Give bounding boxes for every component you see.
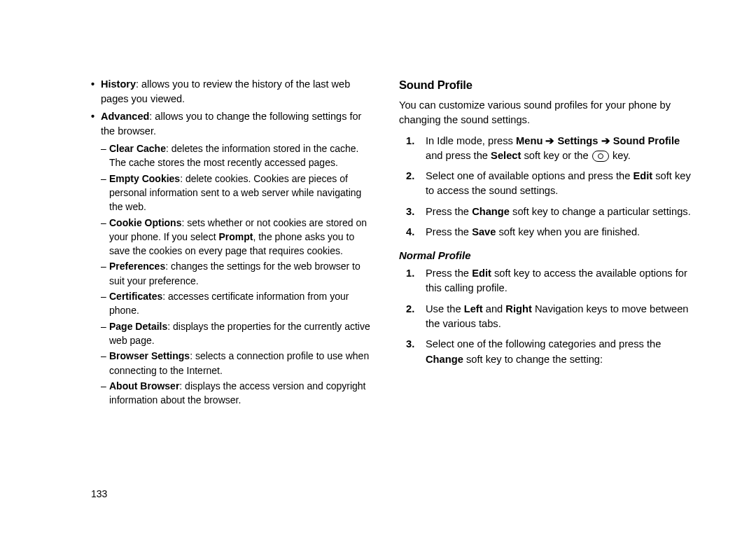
dash-content: Clear Cache: deletes the information sto… <box>109 141 371 170</box>
dash-bullet: – <box>101 379 109 408</box>
list-content: Use the Left and Right Navigation keys t… <box>426 302 693 332</box>
bullet-history: • History: allows you to review the hist… <box>91 77 371 106</box>
dash-preferences: – Preferences: changes the settings for … <box>101 259 371 288</box>
list-number: 1. <box>406 134 426 164</box>
bullet-dot: • <box>91 109 101 139</box>
list-content: Press the Edit soft key to access the av… <box>426 266 693 296</box>
list-number: 3. <box>406 205 426 219</box>
dash-bullet: – <box>101 141 109 170</box>
dash-content: Certificates: accesses certificate infor… <box>109 289 371 318</box>
term2: Prompt <box>218 231 253 242</box>
text: and press the <box>426 150 491 161</box>
term: Empty Cookies <box>109 173 180 184</box>
list-number: 4. <box>406 225 426 240</box>
section-title-sound-profile: Sound Profile <box>399 77 693 94</box>
term: History <box>101 78 136 90</box>
bold-text: Change <box>472 206 510 217</box>
bold-text: Settings <box>558 135 598 146</box>
text: soft key when you are finished. <box>496 226 640 237</box>
text: key. <box>610 150 631 161</box>
text: soft key to change the setting: <box>463 354 603 365</box>
term: Certificates <box>109 291 162 302</box>
ordered-list-2: 1.Press the Edit soft key to access the … <box>399 266 693 367</box>
dash-bullet: – <box>101 349 109 378</box>
dash-empty-cookies: – Empty Cookies: delete cookies. Cookies… <box>101 172 371 214</box>
text: Select one of available options and pres… <box>426 170 633 181</box>
text: Select one of the following categories a… <box>426 338 661 349</box>
page: • History: allows you to review the hist… <box>0 0 756 540</box>
bold-text: Change <box>426 354 463 365</box>
list-content: Select one of the following categories a… <box>426 337 693 367</box>
arrow-icon: ➔ <box>545 135 554 146</box>
dash-about-browser: – About Browser: displays the access ver… <box>101 379 371 408</box>
bold-text: Edit <box>472 268 491 279</box>
dash-bullet: – <box>101 216 109 258</box>
term: Clear Cache <box>109 143 166 154</box>
list-item: 4.Press the Save soft key when you are f… <box>406 225 693 240</box>
list-number: 2. <box>406 169 426 199</box>
list-item: 3.Press the Change soft key to change a … <box>406 205 693 219</box>
bold-text: Sound Profile <box>613 135 680 146</box>
dash-bullet: – <box>101 289 109 318</box>
dash-page-details: – Page Details: displays the properties … <box>101 319 371 348</box>
intro-text: You can customize various sound profiles… <box>399 98 693 128</box>
term: Page Details <box>109 321 167 332</box>
list-content: Press the Save soft key when you are fin… <box>426 225 693 240</box>
subsection-normal-profile: Normal Profile <box>399 248 693 263</box>
dash-cookie-options: – Cookie Options: sets whether or not co… <box>101 216 371 258</box>
bold-text: Edit <box>633 170 652 181</box>
text: Press the <box>426 268 472 279</box>
dash-bullet: – <box>101 259 109 288</box>
ordered-list-1: 1.In Idle mode, press Menu ➔ Settings ➔ … <box>399 134 693 240</box>
text: and <box>483 303 506 314</box>
bullet-content: Advanced: allows you to change the follo… <box>101 109 371 139</box>
dash-clear-cache: – Clear Cache: deletes the information s… <box>101 141 371 170</box>
dash-bullet: – <box>101 172 109 214</box>
left-column: • History: allows you to review the hist… <box>91 77 392 540</box>
dash-content: Page Details: displays the properties fo… <box>109 319 371 348</box>
list-item: 3.Select one of the following categories… <box>406 337 693 367</box>
text: Use the <box>426 303 464 314</box>
dash-content: Browser Settings: selects a connection p… <box>109 349 371 378</box>
text: soft key to change a particular settings… <box>510 206 691 217</box>
list-content: In Idle mode, press Menu ➔ Settings ➔ So… <box>426 134 693 164</box>
term: Advanced <box>101 111 149 122</box>
text: Press the <box>426 226 472 237</box>
ok-key-icon <box>592 151 609 162</box>
list-content: Press the Change soft key to change a pa… <box>426 205 693 219</box>
arrow-icon: ➔ <box>601 135 610 146</box>
bold-text: Select <box>491 150 521 161</box>
list-item: 2.Use the Left and Right Navigation keys… <box>406 302 693 332</box>
right-column: Sound Profile You can customize various … <box>392 77 693 540</box>
dash-content: Empty Cookies: delete cookies. Cookies a… <box>109 172 371 214</box>
bold-text: Right <box>505 303 532 314</box>
term: Cookie Options <box>109 217 181 228</box>
bold-text: Save <box>472 226 496 237</box>
term: Browser Settings <box>109 350 190 361</box>
dash-browser-settings: – Browser Settings: selects a connection… <box>101 349 371 378</box>
dash-content: Cookie Options: sets whether or not cook… <box>109 216 371 258</box>
bullet-advanced: • Advanced: allows you to change the fol… <box>91 109 371 139</box>
list-content: Select one of available options and pres… <box>426 169 693 199</box>
text: soft key or the <box>521 150 591 161</box>
list-number: 3. <box>406 337 426 367</box>
dash-certificates: – Certificates: accesses certificate inf… <box>101 289 371 318</box>
bullet-dot: • <box>91 77 101 106</box>
text: Press the <box>426 206 472 217</box>
dash-content: Preferences: changes the settings for th… <box>109 259 371 288</box>
list-item: 1.Press the Edit soft key to access the … <box>406 266 693 296</box>
dash-content: About Browser: displays the access versi… <box>109 379 371 408</box>
term: About Browser <box>109 380 179 392</box>
bullet-content: History: allows you to review the histor… <box>101 77 371 106</box>
list-item: 2.Select one of available options and pr… <box>406 169 693 199</box>
page-number: 133 <box>91 488 107 499</box>
rest: : allows you to review the history of th… <box>101 78 350 104</box>
term: Preferences <box>109 261 165 272</box>
bold-text: Menu <box>516 135 542 146</box>
text: In Idle mode, press <box>426 135 516 146</box>
list-item: 1.In Idle mode, press Menu ➔ Settings ➔ … <box>406 134 693 164</box>
list-number: 1. <box>406 266 426 296</box>
list-number: 2. <box>406 302 426 332</box>
dash-bullet: – <box>101 319 109 348</box>
bold-text: Left <box>464 303 483 314</box>
